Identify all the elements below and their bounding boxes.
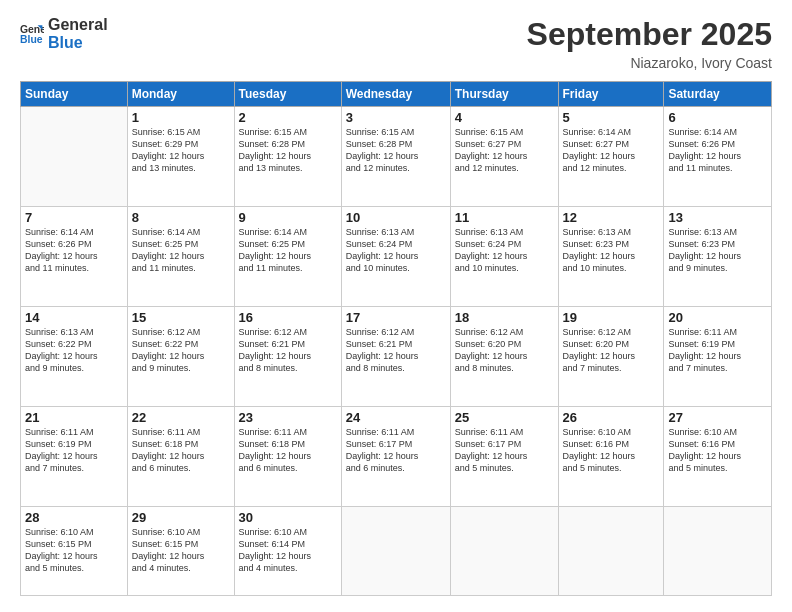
cell-day-number: 12	[563, 210, 660, 225]
cell-info: Sunrise: 6:11 AMSunset: 6:18 PMDaylight:…	[132, 426, 230, 475]
cell-day-number: 29	[132, 510, 230, 525]
calendar-cell	[558, 506, 664, 595]
cell-day-number: 2	[239, 110, 337, 125]
cell-info: Sunrise: 6:10 AMSunset: 6:14 PMDaylight:…	[239, 526, 337, 575]
cell-day-number: 1	[132, 110, 230, 125]
calendar-week-row: 14Sunrise: 6:13 AMSunset: 6:22 PMDayligh…	[21, 306, 772, 406]
weekday-header-saturday: Saturday	[664, 82, 772, 107]
cell-day-number: 3	[346, 110, 446, 125]
calendar-cell: 5Sunrise: 6:14 AMSunset: 6:27 PMDaylight…	[558, 107, 664, 207]
calendar-cell: 21Sunrise: 6:11 AMSunset: 6:19 PMDayligh…	[21, 406, 128, 506]
cell-info: Sunrise: 6:14 AMSunset: 6:25 PMDaylight:…	[239, 226, 337, 275]
cell-day-number: 6	[668, 110, 767, 125]
cell-day-number: 11	[455, 210, 554, 225]
calendar-cell: 27Sunrise: 6:10 AMSunset: 6:16 PMDayligh…	[664, 406, 772, 506]
calendar-cell: 28Sunrise: 6:10 AMSunset: 6:15 PMDayligh…	[21, 506, 128, 595]
cell-info: Sunrise: 6:10 AMSunset: 6:16 PMDaylight:…	[563, 426, 660, 475]
cell-info: Sunrise: 6:11 AMSunset: 6:17 PMDaylight:…	[455, 426, 554, 475]
cell-day-number: 5	[563, 110, 660, 125]
cell-info: Sunrise: 6:15 AMSunset: 6:28 PMDaylight:…	[346, 126, 446, 175]
cell-day-number: 18	[455, 310, 554, 325]
cell-day-number: 23	[239, 410, 337, 425]
cell-day-number: 21	[25, 410, 123, 425]
logo: General Blue General Blue	[20, 16, 108, 51]
logo-blue: Blue	[48, 34, 108, 52]
cell-info: Sunrise: 6:11 AMSunset: 6:18 PMDaylight:…	[239, 426, 337, 475]
calendar-cell: 30Sunrise: 6:10 AMSunset: 6:14 PMDayligh…	[234, 506, 341, 595]
cell-day-number: 30	[239, 510, 337, 525]
calendar-cell: 12Sunrise: 6:13 AMSunset: 6:23 PMDayligh…	[558, 206, 664, 306]
calendar-cell: 3Sunrise: 6:15 AMSunset: 6:28 PMDaylight…	[341, 107, 450, 207]
cell-day-number: 22	[132, 410, 230, 425]
cell-day-number: 28	[25, 510, 123, 525]
cell-info: Sunrise: 6:15 AMSunset: 6:28 PMDaylight:…	[239, 126, 337, 175]
weekday-header-friday: Friday	[558, 82, 664, 107]
cell-day-number: 7	[25, 210, 123, 225]
cell-day-number: 8	[132, 210, 230, 225]
cell-info: Sunrise: 6:11 AMSunset: 6:19 PMDaylight:…	[668, 326, 767, 375]
calendar-cell: 16Sunrise: 6:12 AMSunset: 6:21 PMDayligh…	[234, 306, 341, 406]
calendar-cell: 29Sunrise: 6:10 AMSunset: 6:15 PMDayligh…	[127, 506, 234, 595]
cell-day-number: 13	[668, 210, 767, 225]
cell-info: Sunrise: 6:14 AMSunset: 6:26 PMDaylight:…	[668, 126, 767, 175]
cell-info: Sunrise: 6:13 AMSunset: 6:24 PMDaylight:…	[455, 226, 554, 275]
calendar-week-row: 7Sunrise: 6:14 AMSunset: 6:26 PMDaylight…	[21, 206, 772, 306]
cell-day-number: 26	[563, 410, 660, 425]
calendar-cell: 25Sunrise: 6:11 AMSunset: 6:17 PMDayligh…	[450, 406, 558, 506]
calendar-cell: 18Sunrise: 6:12 AMSunset: 6:20 PMDayligh…	[450, 306, 558, 406]
cell-info: Sunrise: 6:12 AMSunset: 6:22 PMDaylight:…	[132, 326, 230, 375]
cell-day-number: 19	[563, 310, 660, 325]
cell-day-number: 17	[346, 310, 446, 325]
calendar-cell: 14Sunrise: 6:13 AMSunset: 6:22 PMDayligh…	[21, 306, 128, 406]
cell-day-number: 25	[455, 410, 554, 425]
weekday-header-tuesday: Tuesday	[234, 82, 341, 107]
calendar-cell: 24Sunrise: 6:11 AMSunset: 6:17 PMDayligh…	[341, 406, 450, 506]
cell-info: Sunrise: 6:11 AMSunset: 6:19 PMDaylight:…	[25, 426, 123, 475]
cell-day-number: 24	[346, 410, 446, 425]
cell-day-number: 4	[455, 110, 554, 125]
cell-info: Sunrise: 6:14 AMSunset: 6:27 PMDaylight:…	[563, 126, 660, 175]
cell-day-number: 14	[25, 310, 123, 325]
cell-info: Sunrise: 6:15 AMSunset: 6:27 PMDaylight:…	[455, 126, 554, 175]
calendar-cell: 15Sunrise: 6:12 AMSunset: 6:22 PMDayligh…	[127, 306, 234, 406]
calendar-cell: 20Sunrise: 6:11 AMSunset: 6:19 PMDayligh…	[664, 306, 772, 406]
cell-info: Sunrise: 6:12 AMSunset: 6:21 PMDaylight:…	[239, 326, 337, 375]
cell-day-number: 10	[346, 210, 446, 225]
weekday-header-row: SundayMondayTuesdayWednesdayThursdayFrid…	[21, 82, 772, 107]
calendar-cell: 17Sunrise: 6:12 AMSunset: 6:21 PMDayligh…	[341, 306, 450, 406]
calendar-cell: 26Sunrise: 6:10 AMSunset: 6:16 PMDayligh…	[558, 406, 664, 506]
cell-info: Sunrise: 6:13 AMSunset: 6:23 PMDaylight:…	[563, 226, 660, 275]
calendar-cell: 8Sunrise: 6:14 AMSunset: 6:25 PMDaylight…	[127, 206, 234, 306]
cell-info: Sunrise: 6:12 AMSunset: 6:21 PMDaylight:…	[346, 326, 446, 375]
calendar-cell	[664, 506, 772, 595]
cell-day-number: 15	[132, 310, 230, 325]
cell-info: Sunrise: 6:15 AMSunset: 6:29 PMDaylight:…	[132, 126, 230, 175]
cell-day-number: 20	[668, 310, 767, 325]
weekday-header-monday: Monday	[127, 82, 234, 107]
calendar-cell	[21, 107, 128, 207]
calendar-cell: 19Sunrise: 6:12 AMSunset: 6:20 PMDayligh…	[558, 306, 664, 406]
logo-icon: General Blue	[20, 22, 44, 46]
cell-info: Sunrise: 6:13 AMSunset: 6:23 PMDaylight:…	[668, 226, 767, 275]
calendar-cell: 23Sunrise: 6:11 AMSunset: 6:18 PMDayligh…	[234, 406, 341, 506]
logo-general: General	[48, 16, 108, 34]
cell-info: Sunrise: 6:10 AMSunset: 6:15 PMDaylight:…	[25, 526, 123, 575]
cell-info: Sunrise: 6:11 AMSunset: 6:17 PMDaylight:…	[346, 426, 446, 475]
page: General Blue General Blue September 2025…	[0, 0, 792, 612]
calendar-week-row: 1Sunrise: 6:15 AMSunset: 6:29 PMDaylight…	[21, 107, 772, 207]
calendar-cell: 2Sunrise: 6:15 AMSunset: 6:28 PMDaylight…	[234, 107, 341, 207]
cell-info: Sunrise: 6:13 AMSunset: 6:24 PMDaylight:…	[346, 226, 446, 275]
calendar-cell: 11Sunrise: 6:13 AMSunset: 6:24 PMDayligh…	[450, 206, 558, 306]
cell-info: Sunrise: 6:10 AMSunset: 6:16 PMDaylight:…	[668, 426, 767, 475]
cell-info: Sunrise: 6:14 AMSunset: 6:26 PMDaylight:…	[25, 226, 123, 275]
svg-text:Blue: Blue	[20, 33, 43, 44]
cell-info: Sunrise: 6:12 AMSunset: 6:20 PMDaylight:…	[455, 326, 554, 375]
calendar-table: SundayMondayTuesdayWednesdayThursdayFrid…	[20, 81, 772, 596]
weekday-header-thursday: Thursday	[450, 82, 558, 107]
cell-info: Sunrise: 6:14 AMSunset: 6:25 PMDaylight:…	[132, 226, 230, 275]
calendar-cell: 1Sunrise: 6:15 AMSunset: 6:29 PMDaylight…	[127, 107, 234, 207]
cell-info: Sunrise: 6:13 AMSunset: 6:22 PMDaylight:…	[25, 326, 123, 375]
calendar-cell: 7Sunrise: 6:14 AMSunset: 6:26 PMDaylight…	[21, 206, 128, 306]
cell-info: Sunrise: 6:10 AMSunset: 6:15 PMDaylight:…	[132, 526, 230, 575]
calendar-cell: 6Sunrise: 6:14 AMSunset: 6:26 PMDaylight…	[664, 107, 772, 207]
